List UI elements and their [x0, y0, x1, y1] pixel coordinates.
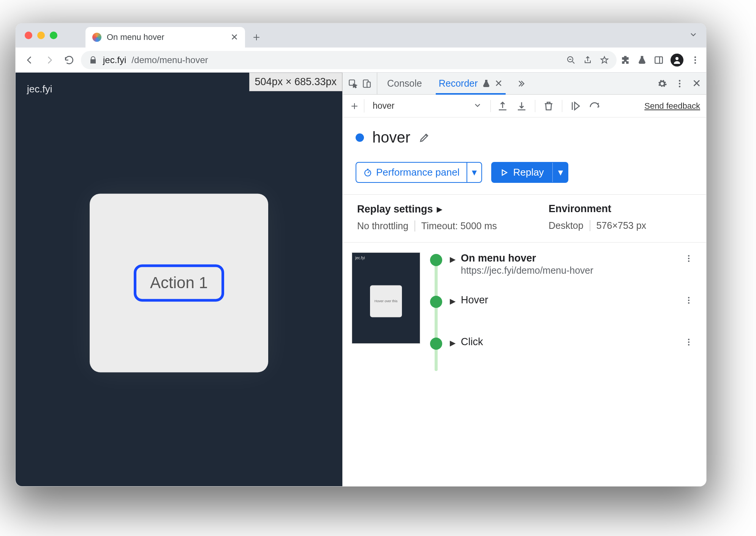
recording-status-dot: [356, 133, 364, 142]
devtools-tabbar: Console Recorder ✕ ✕: [343, 73, 706, 95]
toolbar-actions: [620, 54, 700, 67]
omnibox-actions: [566, 56, 609, 65]
recorder-toolbar: ＋ hover Send feedback: [343, 95, 706, 117]
browser-tab[interactable]: On menu hover ✕: [85, 27, 245, 48]
replay-dropdown[interactable]: ▾: [552, 163, 568, 182]
chrome-menu-button[interactable]: [690, 55, 700, 65]
favicon-icon: [92, 33, 101, 42]
timeout-value: Timeout: 5000 ms: [414, 220, 503, 232]
add-recording-button[interactable]: ＋: [349, 99, 364, 113]
tab-title: On menu hover: [107, 32, 164, 42]
recording-selector[interactable]: hover: [370, 101, 484, 111]
more-tabs-button[interactable]: [512, 79, 529, 88]
extensions-icon[interactable]: [620, 55, 630, 65]
timeline-node: [430, 254, 442, 266]
svg-point-13: [688, 255, 690, 257]
rendered-page: jec.fyi 504px × 685.33px Action 1: [16, 73, 342, 486]
svg-point-2: [675, 57, 679, 60]
tab-strip: On menu hover ✕ ＋: [16, 23, 706, 48]
environment-heading: Environment: [549, 203, 652, 215]
replay-button[interactable]: Replay ▾: [491, 162, 568, 183]
flask-icon: [482, 79, 491, 88]
share-icon[interactable]: [583, 56, 592, 65]
maximize-window-button[interactable]: [50, 32, 57, 39]
delete-icon[interactable]: [543, 100, 554, 112]
content-split: jec.fyi 504px × 685.33px Action 1 Consol…: [16, 73, 706, 486]
replay-settings-heading[interactable]: Replay settings ▸: [357, 203, 503, 215]
close-devtools-button[interactable]: ✕: [692, 77, 701, 90]
close-tab-button[interactable]: ✕: [231, 32, 238, 43]
step-item[interactable]: ▶ On menu hover https://jec.fyi/demo/men…: [450, 252, 697, 294]
throttling-value: No throttling: [357, 220, 414, 232]
close-recorder-tab[interactable]: ✕: [495, 78, 503, 89]
step-thumbnail: jec.fyi Hover over this: [352, 252, 420, 344]
expand-step-icon[interactable]: ▶: [450, 252, 455, 264]
devtools-menu-button[interactable]: [675, 79, 685, 89]
close-window-button[interactable]: [25, 32, 32, 39]
sidepanel-icon[interactable]: [654, 55, 664, 65]
device-toolbar-icon[interactable]: [362, 79, 372, 89]
timeline-node: [430, 296, 442, 308]
viewport-value: 576×753 px: [590, 220, 652, 231]
url-path: /demo/menu-hover: [131, 55, 208, 65]
replay-slow-icon[interactable]: [589, 100, 600, 112]
tabs-menu-button[interactable]: [689, 30, 698, 39]
svg-point-11: [679, 86, 680, 87]
send-feedback-link[interactable]: Send feedback: [644, 101, 700, 111]
recording-steps: jec.fyi Hover over this ▶: [343, 243, 706, 388]
bookmark-star-icon[interactable]: [600, 56, 609, 65]
back-button[interactable]: [22, 52, 38, 68]
svg-point-9: [679, 80, 680, 81]
svg-point-15: [688, 260, 690, 262]
svg-point-20: [688, 341, 690, 343]
expand-step-icon[interactable]: ▶: [450, 336, 455, 347]
profile-avatar[interactable]: [671, 54, 683, 67]
recorder-body: hover Performance panel ▾: [343, 117, 706, 486]
timeline-node: [430, 338, 442, 350]
performance-dropdown[interactable]: ▾: [467, 163, 481, 182]
svg-rect-8: [367, 82, 370, 87]
step-menu-button[interactable]: [684, 294, 693, 305]
svg-point-14: [688, 258, 690, 259]
svg-point-19: [688, 339, 690, 340]
action-1-button[interactable]: Action 1: [134, 264, 224, 301]
svg-point-16: [688, 297, 690, 298]
lock-icon: [89, 56, 98, 65]
reload-button[interactable]: [61, 52, 77, 68]
recording-title: hover: [372, 129, 410, 146]
expand-step-icon[interactable]: ▶: [450, 294, 455, 306]
forward-button[interactable]: [41, 52, 57, 68]
new-tab-button[interactable]: ＋: [247, 28, 266, 46]
svg-point-18: [688, 302, 690, 304]
step-menu-button[interactable]: [684, 336, 693, 347]
import-icon[interactable]: [516, 100, 527, 112]
edit-title-button[interactable]: [419, 132, 430, 143]
minimize-window-button[interactable]: [37, 32, 45, 39]
zoom-icon[interactable]: [566, 56, 576, 65]
device-value: Desktop: [549, 220, 590, 231]
step-item[interactable]: ▶ Click: [450, 336, 697, 378]
address-bar[interactable]: jec.fyi/demo/menu-hover: [81, 51, 617, 69]
url-host: jec.fyi: [103, 55, 126, 65]
export-icon[interactable]: [497, 100, 508, 112]
tab-console[interactable]: Console: [380, 73, 429, 94]
step-replay-icon[interactable]: [570, 100, 581, 112]
svg-point-4: [694, 59, 696, 60]
chevron-down-icon: [473, 101, 482, 110]
svg-point-21: [688, 344, 690, 346]
recording-header: hover: [343, 117, 706, 153]
step-menu-button[interactable]: [684, 252, 693, 263]
window-controls: [25, 32, 57, 39]
inspect-element-icon[interactable]: [348, 79, 358, 89]
step-item[interactable]: ▶ Hover: [450, 294, 697, 336]
labs-icon[interactable]: [637, 55, 647, 65]
page-brand: jec.fyi: [27, 83, 52, 95]
tab-recorder[interactable]: Recorder ✕: [432, 73, 509, 94]
browser-toolbar: jec.fyi/demo/menu-hover: [16, 48, 706, 73]
viewport-dimensions-badge: 504px × 685.33px: [249, 73, 342, 91]
svg-rect-1: [655, 57, 663, 63]
recorder-actions: Performance panel ▾ Replay ▾: [343, 153, 706, 195]
settings-gear-icon[interactable]: [657, 79, 667, 89]
svg-point-5: [694, 62, 696, 63]
performance-panel-button[interactable]: Performance panel ▾: [356, 162, 482, 183]
